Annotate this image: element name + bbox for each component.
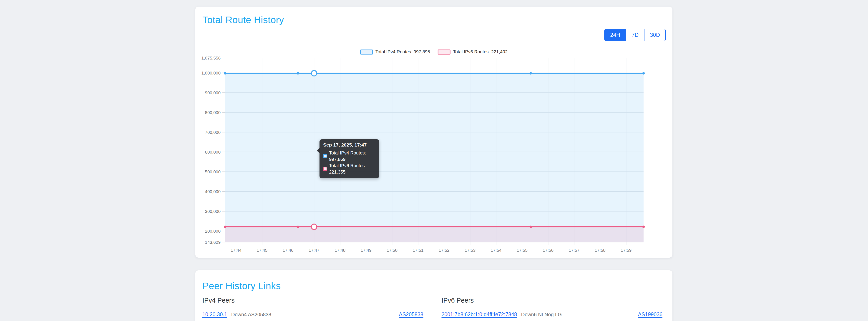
svg-text:1,000,000: 1,000,000 [201, 71, 221, 75]
svg-text:17:52: 17:52 [439, 248, 450, 253]
tooltip-ipv4-swatch [323, 154, 327, 158]
ipv4-peers-heading: IPv4 Peers [203, 297, 424, 304]
series-ipv4 [224, 71, 645, 242]
svg-text:17:57: 17:57 [569, 248, 580, 253]
svg-text:400,000: 400,000 [205, 189, 221, 194]
total-route-history-card: 143,629200,000300,000400,000500,000600,0… [195, 7, 673, 258]
svg-text:17:58: 17:58 [595, 248, 606, 253]
svg-text:17:48: 17:48 [335, 248, 346, 253]
ipv6-peer-asn-link[interactable]: AS199036 [638, 312, 662, 318]
tooltip-ipv4-value: Total IPv4 Routes: 997,869 [329, 150, 375, 163]
peer-links-title: Peer History Links [203, 280, 281, 292]
svg-text:17:47: 17:47 [309, 248, 319, 253]
tooltip-ipv6-row: Total IPv6 Routes: 221,355 [323, 163, 375, 175]
ipv6-peer-row: 2001:7b8:62b:1:0:d4ff:fe72:7848 Down6 NL… [442, 312, 663, 318]
page: 143,629200,000300,000400,000500,000600,0… [0, 0, 868, 321]
tooltip-ipv6-swatch [323, 167, 327, 171]
svg-text:17:55: 17:55 [517, 248, 528, 253]
svg-text:17:56: 17:56 [543, 248, 554, 253]
ipv6-legend-swatch [438, 49, 451, 55]
svg-text:17:46: 17:46 [283, 248, 293, 253]
peer-columns: IPv4 Peers 10.20.30.1 Down4 AS205838 AS2… [203, 297, 662, 318]
route-history-chart: 143,629200,000300,000400,000500,000600,0… [195, 7, 673, 258]
svg-text:500,000: 500,000 [205, 170, 221, 174]
svg-text:17:45: 17:45 [257, 248, 268, 253]
svg-text:300,000: 300,000 [205, 209, 221, 214]
series-ipv6 [224, 224, 645, 242]
legend-item-ipv4[interactable]: Total IPv4 Routes: 997,895 [360, 49, 430, 55]
svg-text:700,000: 700,000 [205, 130, 221, 135]
svg-text:17:44: 17:44 [230, 248, 242, 253]
time-range-button-group: 24H 7D 30D [604, 29, 666, 41]
svg-text:17:51: 17:51 [413, 248, 424, 253]
tooltip-ipv4-row: Total IPv4 Routes: 997,869 [323, 150, 375, 163]
chart-legend: Total IPv4 Routes: 997,895 Total IPv6 Ro… [360, 49, 507, 55]
ipv4-legend-label: Total IPv4 Routes: 997,895 [375, 49, 430, 55]
svg-text:17:49: 17:49 [361, 248, 372, 253]
svg-text:800,000: 800,000 [205, 110, 221, 115]
svg-text:900,000: 900,000 [205, 91, 221, 95]
range-24h-button[interactable]: 24H [604, 29, 626, 41]
ipv6-peers-column: IPv6 Peers 2001:7b8:62b:1:0:d4ff:fe72:78… [442, 297, 663, 318]
ipv6-legend-label: Total IPv6 Routes: 221,402 [453, 49, 507, 55]
range-7d-button[interactable]: 7D [626, 29, 644, 41]
svg-text:1,075,556: 1,075,556 [201, 56, 221, 61]
ipv4-peer-address-link[interactable]: 10.20.30.1 [203, 312, 227, 318]
ipv4-peer-row: 10.20.30.1 Down4 AS205838 AS205838 [203, 312, 424, 318]
ipv4-peer-asn-link[interactable]: AS205838 [399, 312, 423, 318]
tooltip-date: Sep 17, 2025, 17:47 [323, 142, 375, 148]
ipv6-peer-description: Down6 NLNog LG [521, 312, 562, 318]
chart-tooltip: Sep 17, 2025, 17:47 Total IPv4 Routes: 9… [319, 139, 379, 178]
tooltip-ipv6-value: Total IPv6 Routes: 221,355 [329, 163, 375, 175]
peer-history-links-card: Peer History Links IPv4 Peers 10.20.30.1… [195, 270, 673, 321]
svg-text:17:50: 17:50 [386, 248, 398, 253]
route-history-title: Total Route History [203, 14, 284, 26]
svg-text:17:59: 17:59 [621, 248, 632, 253]
ipv4-legend-swatch [360, 49, 373, 55]
svg-text:200,000: 200,000 [205, 229, 221, 234]
svg-text:143,629: 143,629 [205, 240, 221, 245]
ipv4-peers-column: IPv4 Peers 10.20.30.1 Down4 AS205838 AS2… [203, 297, 424, 318]
range-30d-button[interactable]: 30D [644, 29, 666, 41]
svg-text:17:54: 17:54 [491, 248, 502, 253]
svg-text:600,000: 600,000 [205, 150, 221, 154]
ipv6-peers-heading: IPv6 Peers [442, 297, 663, 304]
ipv6-peer-address-link[interactable]: 2001:7b8:62b:1:0:d4ff:fe72:7848 [442, 312, 517, 318]
svg-text:17:53: 17:53 [465, 248, 475, 253]
legend-item-ipv6[interactable]: Total IPv6 Routes: 221,402 [438, 49, 507, 55]
ipv4-peer-description: Down4 AS205838 [231, 312, 271, 318]
